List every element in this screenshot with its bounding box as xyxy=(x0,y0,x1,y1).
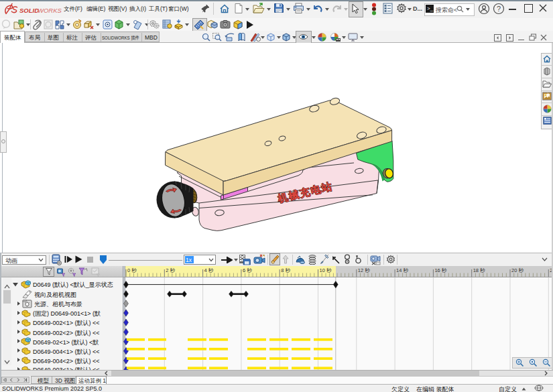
svg-text:0 秒: 0 秒 xyxy=(127,267,137,273)
svg-text:16 秒: 16 秒 xyxy=(434,267,446,273)
svg-text:8 秒: 8 秒 xyxy=(281,267,290,273)
svg-text:14 秒: 14 秒 xyxy=(396,267,408,273)
svg-text:6 秒: 6 秒 xyxy=(243,267,252,273)
svg-text:10 秒: 10 秒 xyxy=(320,267,332,273)
svg-text:12 秒: 12 秒 xyxy=(358,267,370,273)
svg-text:4 秒: 4 秒 xyxy=(204,267,214,273)
svg-text:20 秒: 20 秒 xyxy=(511,267,524,273)
svg-text:2 秒: 2 秒 xyxy=(166,267,175,273)
svg-text:18 秒: 18 秒 xyxy=(473,267,485,273)
